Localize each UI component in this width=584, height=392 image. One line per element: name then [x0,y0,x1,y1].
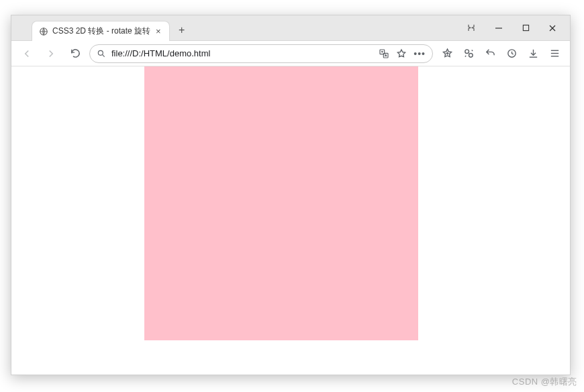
toolbar-right [437,44,565,64]
forward-button[interactable] [41,44,61,64]
svg-rect-2 [523,25,528,30]
translate-icon[interactable] [379,48,389,59]
tab-close-button[interactable]: × [154,26,162,37]
svg-line-6 [102,54,104,56]
appearance-icon[interactable] [460,23,483,34]
search-icon [97,49,106,58]
tab-active[interactable]: CSS3 2D 转换 - rotate 旋转 × [32,21,170,41]
favorites-bar-icon[interactable] [437,44,457,64]
demo-box [144,66,418,340]
screenshot-icon[interactable] [458,44,479,64]
browser-window: CSS3 2D 转换 - rotate 旋转 × + [11,15,571,375]
tab-title: CSS3 2D 转换 - rotate 旋转 [52,26,150,37]
undo-icon[interactable] [480,44,500,64]
toolbar: file:///D:/HTML/demo.html ••• [11,41,570,66]
reload-button[interactable] [65,44,85,64]
titlebar: CSS3 2D 转换 - rotate 旋转 × + [11,15,570,41]
download-icon[interactable] [523,44,543,64]
maximize-button[interactable] [512,15,539,40]
more-icon[interactable]: ••• [413,48,426,59]
svg-point-5 [98,50,103,55]
menu-icon[interactable] [544,44,565,64]
window-controls [460,15,570,40]
address-url: file:///D:/HTML/demo.html [111,48,373,58]
history-icon[interactable] [501,44,522,64]
close-window-button[interactable] [539,15,566,40]
back-button[interactable] [17,44,37,64]
globe-icon [39,27,48,36]
new-tab-button[interactable]: + [173,21,191,40]
page-viewport [11,66,570,375]
minimize-button[interactable] [485,15,512,40]
favorite-icon[interactable] [396,48,407,59]
svg-point-12 [469,54,473,58]
watermark-text: CSDN @韩曙亮 [512,376,577,388]
address-bar[interactable]: file:///D:/HTML/demo.html ••• [89,44,433,63]
tabs-area: CSS3 2D 转换 - rotate 旋转 × + [11,15,460,40]
svg-point-11 [465,50,469,54]
